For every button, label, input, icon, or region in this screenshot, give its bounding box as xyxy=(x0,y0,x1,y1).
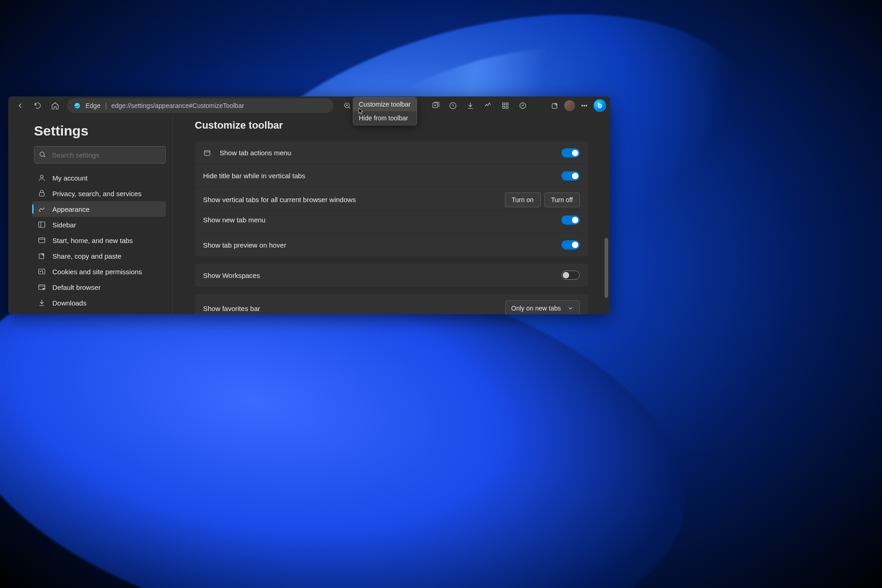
row-label: Hide title bar while in vertical tabs xyxy=(203,172,305,180)
svg-rect-7 xyxy=(506,107,509,109)
row-label: Show vertical tabs for all current brows… xyxy=(203,196,356,204)
toggle-new-tab-menu[interactable] xyxy=(561,215,580,225)
sidebar-item-label: My account xyxy=(52,174,88,182)
sidebar-item-label: Start, home, and new tabs xyxy=(52,237,133,244)
row-label: Show tab preview on hover xyxy=(203,241,286,249)
sidebar-item-label: Default browser xyxy=(52,283,101,291)
svg-point-19 xyxy=(40,271,41,272)
more-menu-icon[interactable] xyxy=(576,98,593,113)
addr-url: edge://settings/appearance#CustomizeTool… xyxy=(111,102,244,109)
address-bar[interactable]: Edge | edge://settings/appearance#Custom… xyxy=(67,98,334,113)
settings-sidebar: Settings My account Privacy, search, and… xyxy=(8,115,173,314)
appearance-icon xyxy=(38,205,46,213)
profile-avatar[interactable] xyxy=(564,100,575,111)
row-label: Show tab actions menu xyxy=(220,149,291,157)
svg-rect-4 xyxy=(503,103,505,105)
svg-rect-18 xyxy=(39,269,45,274)
sidebar-item-appearance[interactable]: Appearance xyxy=(32,201,166,217)
svg-point-11 xyxy=(586,105,587,106)
row-new-tab-menu: Show new tab menu xyxy=(195,210,588,233)
turn-off-button[interactable]: Turn off xyxy=(544,192,580,207)
svg-point-20 xyxy=(42,271,43,271)
row-favorites-bar: Show favorites bar Only on new tabs xyxy=(195,294,588,314)
select-value: Only on new tabs xyxy=(511,305,561,312)
bing-button[interactable]: b xyxy=(594,99,606,112)
tab-icon xyxy=(203,149,211,157)
sidebar-item-cookies[interactable]: Cookies and site permissions xyxy=(32,264,166,279)
settings-content: Settings My account Privacy, search, and… xyxy=(8,115,610,314)
back-button[interactable] xyxy=(12,98,28,113)
svg-point-9 xyxy=(582,105,582,106)
refresh-button[interactable] xyxy=(29,98,46,113)
addr-edge-label: Edge xyxy=(85,102,101,109)
sidebar-item-privacy[interactable]: Privacy, search, and services xyxy=(32,186,166,201)
toggle-tab-actions[interactable] xyxy=(561,148,580,158)
svg-rect-14 xyxy=(40,193,45,197)
vertical-tabs-buttons: Turn on Turn off xyxy=(505,192,580,207)
sidebar-item-account[interactable]: My account xyxy=(32,170,166,186)
settings-main: Customize toolbar Show tab actions menu … xyxy=(173,115,610,314)
browser-icon xyxy=(38,283,46,291)
sidebar-item-label: Appearance xyxy=(52,205,90,213)
cursor-icon xyxy=(358,107,364,115)
turn-on-button[interactable]: Turn on xyxy=(505,192,541,207)
share-icon[interactable] xyxy=(547,98,563,113)
svg-point-23 xyxy=(43,288,44,289)
svg-point-21 xyxy=(43,272,44,273)
row-tab-preview: Show tab preview on hover xyxy=(195,233,588,256)
home-button[interactable] xyxy=(47,98,63,113)
sidebar-item-sidebar[interactable]: Sidebar xyxy=(32,217,166,232)
workspaces-card: Show Workspaces xyxy=(195,264,588,287)
svg-point-0 xyxy=(74,103,80,108)
svg-rect-6 xyxy=(503,107,505,109)
lock-icon xyxy=(38,189,46,198)
favorites-card: Show favorites bar Only on new tabs xyxy=(195,294,588,314)
share-icon xyxy=(38,252,46,260)
sidebar-item-share[interactable]: Share, copy and paste xyxy=(32,248,166,264)
svg-point-10 xyxy=(584,105,585,106)
browser-window: Edge | edge://settings/appearance#Custom… xyxy=(8,96,610,314)
collections-icon[interactable] xyxy=(427,98,444,113)
row-workspaces: Show Workspaces xyxy=(195,264,588,287)
svg-rect-15 xyxy=(39,222,45,227)
addr-separator: | xyxy=(105,102,107,109)
sidebar-item-label: Sidebar xyxy=(52,221,76,229)
edge-icon xyxy=(74,102,81,109)
apps-icon[interactable] xyxy=(497,98,514,113)
svg-point-13 xyxy=(40,175,43,178)
download-icon xyxy=(38,299,46,307)
row-tab-actions: Show tab actions menu xyxy=(195,141,588,164)
sidebar-item-label: Privacy, search, and services xyxy=(52,190,141,198)
sidebar-item-start[interactable]: Start, home, and new tabs xyxy=(32,232,166,248)
favorites-bar-select[interactable]: Only on new tabs xyxy=(505,300,580,314)
toggle-workspaces[interactable] xyxy=(561,271,580,280)
sidebar-item-default[interactable]: Default browser xyxy=(32,279,166,295)
performance-icon[interactable] xyxy=(480,98,496,113)
cookie-icon xyxy=(38,267,46,276)
account-icon xyxy=(38,174,46,182)
row-label: Show new tab menu xyxy=(203,216,266,224)
svg-rect-24 xyxy=(204,150,210,155)
history-icon[interactable] xyxy=(445,98,461,113)
scrollbar-thumb[interactable] xyxy=(605,238,608,298)
sidebar-item-label: Share, copy and paste xyxy=(52,252,121,260)
row-vertical-tabs: Show vertical tabs for all current brows… xyxy=(195,187,588,210)
tab-icon xyxy=(38,236,46,244)
toggle-hide-title[interactable] xyxy=(561,171,580,181)
shopping-icon[interactable] xyxy=(514,98,531,113)
sidebar-icon xyxy=(38,220,46,229)
toolbar-options-card: Show tab actions menu Hide title bar whi… xyxy=(195,141,588,256)
search-input[interactable] xyxy=(52,151,161,159)
sidebar-item-label: Cookies and site permissions xyxy=(52,268,142,276)
browser-toolbar: Edge | edge://settings/appearance#Custom… xyxy=(8,96,610,115)
downloads-icon[interactable] xyxy=(462,98,479,113)
search-settings[interactable] xyxy=(34,146,166,164)
row-label: Show Workspaces xyxy=(203,271,260,279)
svg-rect-5 xyxy=(506,103,509,105)
settings-title: Settings xyxy=(34,123,166,139)
svg-rect-16 xyxy=(39,238,45,243)
search-icon xyxy=(39,151,46,158)
svg-point-12 xyxy=(40,152,44,156)
toggle-tab-preview[interactable] xyxy=(561,240,580,249)
sidebar-item-downloads[interactable]: Downloads xyxy=(32,295,166,311)
